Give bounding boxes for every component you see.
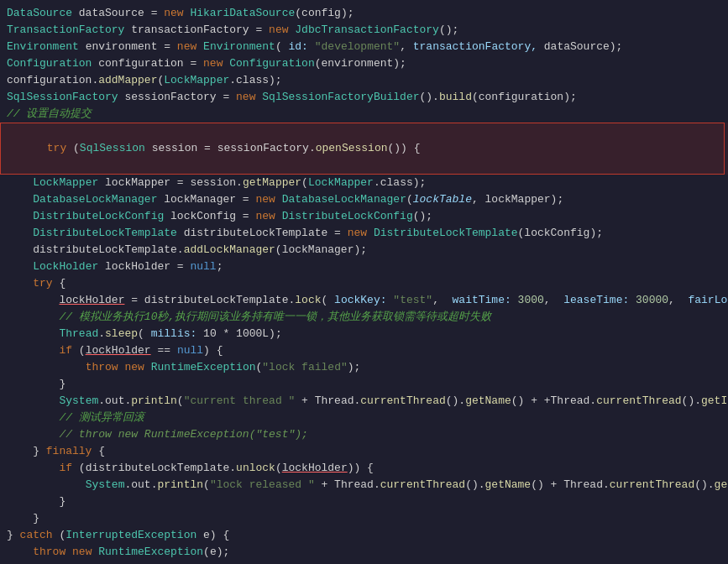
code-line: // 模拟业务执行10秒,执行期间该业务持有唯一一锁，其他业务获取锁需等待或超时… — [0, 309, 728, 326]
code-line: configuration.addMapper(LockMapper.class… — [0, 72, 728, 89]
code-line: // 设置自动提交 — [0, 106, 728, 123]
code-line: Thread.sleep( millis: 10 * 1000L); — [0, 326, 728, 342]
code-line: Environment environment = new Environmen… — [0, 39, 728, 55]
code-line: lockHolder = distributeLockTemplate.lock… — [0, 292, 728, 309]
code-line: } catch (InterruptedException e) { — [0, 527, 728, 544]
code-line: distributeLockTemplate.addLockManager(lo… — [0, 242, 728, 258]
code-line: if (lockHolder == null) { — [0, 342, 728, 359]
code-line: // throw new RuntimeException("test"); — [0, 426, 728, 443]
code-line: } — [0, 510, 728, 527]
code-line: SqlSessionFactory sessionFactory = new S… — [0, 89, 728, 106]
code-line: // 测试异常回滚 — [0, 410, 728, 426]
code-line: } — [0, 494, 728, 510]
finally-line: } finally { — [0, 443, 728, 460]
code-line: DistributeLockConfig lockConfig = new Di… — [0, 208, 728, 225]
code-container: DataSource dataSource = new HikariDataSo… — [0, 0, 728, 564]
code-line: Configuration configuration = new Config… — [0, 55, 728, 72]
code-line: TransactionFactory transactionFactory = … — [0, 22, 728, 39]
code-line: System.out.println("lock released " + Th… — [0, 477, 728, 494]
code-line: LockMapper lockMapper = session.getMappe… — [0, 175, 728, 191]
code-line: } — [0, 376, 728, 393]
code-line: DistributeLockTemplate distributeLockTem… — [0, 225, 728, 242]
code-line: try { — [0, 275, 728, 292]
code-line: DataSource dataSource = new HikariDataSo… — [0, 5, 728, 22]
code-line: } — [0, 561, 728, 564]
code-line: System.out.println("current thread " + T… — [0, 393, 728, 410]
code-line: if (distributeLockTemplate.unlock(lockHo… — [0, 460, 728, 477]
try-line: try (SqlSession session = sessionFactory… — [0, 123, 728, 175]
code-line: throw new RuntimeException(e); — [0, 544, 728, 561]
code-line: throw new RuntimeException("lock failed"… — [0, 359, 728, 376]
code-line: LockHolder lockHolder = null; — [0, 258, 728, 275]
code-line: DatabaseLockManager lockManager = new Da… — [0, 191, 728, 208]
